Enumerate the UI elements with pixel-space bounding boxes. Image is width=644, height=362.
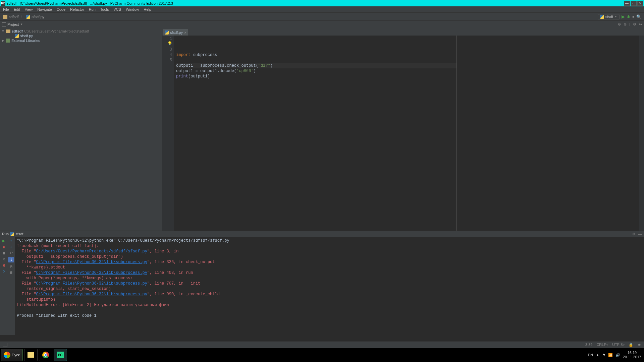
pause-button[interactable]: ⏸ [2, 251, 6, 255]
editor-tab-label: sfsdf.py [170, 31, 183, 35]
line-separator[interactable]: CRLF÷ [596, 343, 608, 347]
code-area[interactable]: 💡 import subprocessoutput1 = subprocess.… [174, 36, 457, 231]
python-file-icon [600, 15, 604, 19]
flag-icon[interactable]: ⚑ [602, 353, 605, 357]
close-button[interactable]: ✖ [2, 263, 5, 268]
close-button[interactable]: ✕ [637, 1, 643, 6]
network-icon[interactable]: 📶 [608, 353, 613, 357]
clear-button[interactable]: 🗑 [9, 270, 13, 275]
gear-icon[interactable]: ⚙ [632, 232, 636, 236]
help-button[interactable]: ? [3, 270, 5, 274]
menu-run[interactable]: Run [87, 7, 97, 12]
debug-button[interactable]: ✱ [627, 14, 630, 19]
rerun-button[interactable]: ▶ [2, 239, 5, 243]
minimize-button[interactable]: — [624, 1, 630, 6]
file-encoding[interactable]: UTF-8÷ [612, 343, 625, 347]
project-tree[interactable]: ▼ sdfsdf C:\Users\Guest\PycharmProjects\… [0, 28, 162, 231]
tool-windows-quick-access-icon[interactable] [3, 343, 7, 347]
menu-refactor[interactable]: Refactor [68, 7, 86, 12]
menu-help[interactable]: Help [142, 7, 153, 12]
run-target: sfsdf [15, 232, 23, 236]
run-tool-body: ▶ ■ ⏸ ↯ ✖ ? ↑ ↓ ↩ ⤓ ⎘ 🗑 "C:\Program File… [0, 237, 644, 335]
language-indicator[interactable]: EN [588, 353, 593, 357]
stop-button[interactable]: ■ [632, 15, 634, 18]
menu-view[interactable]: View [23, 7, 35, 12]
task-chrome[interactable] [39, 349, 52, 361]
editor-tabs: sfsdf.py × [162, 28, 644, 36]
intention-bulb-icon[interactable]: 💡 [167, 41, 172, 46]
error-stripe[interactable] [639, 36, 644, 231]
run-button[interactable]: ▶ [622, 14, 625, 19]
pycharm-icon: PC [57, 352, 64, 358]
chevron-down-icon[interactable]: ▼ [20, 23, 23, 26]
maximize-button[interactable]: ▭ [631, 1, 637, 6]
line-gutter: 12345 [162, 36, 174, 231]
menu-window[interactable]: Window [124, 7, 141, 12]
main-area: ▼ sdfsdf C:\Users\Guest\PycharmProjects\… [0, 28, 644, 231]
menu-edit[interactable]: Edit [12, 7, 22, 12]
chrome-icon [42, 352, 49, 358]
read-only-toggle-icon[interactable]: 🔒 [629, 343, 633, 347]
menu-file[interactable]: File [1, 7, 11, 12]
tree-root[interactable]: ▼ sdfsdf C:\Users\Guest\PycharmProjects\… [0, 29, 162, 34]
python-file-icon [10, 232, 14, 236]
editor-tab[interactable]: sfsdf.py × [163, 29, 188, 36]
run-configuration-selector[interactable]: sfsdf ▼ [598, 14, 620, 19]
breadcrumb-file-label: sfsdf.py [32, 15, 44, 19]
scroll-from-source-icon[interactable]: ⊕ [624, 22, 627, 26]
python-file-icon [15, 34, 19, 38]
clock-time: 16:19 [623, 351, 641, 355]
task-explorer[interactable] [24, 349, 38, 361]
breadcrumb-file[interactable]: sfsdf.py [26, 15, 44, 19]
gear-icon[interactable]: ⚙ [633, 22, 636, 26]
system-tray: EN ▲ ⚑ 📶 🔊 16:19 20.11.2017 [588, 351, 643, 359]
python-file-icon [165, 31, 169, 35]
project-label[interactable]: Project [7, 22, 19, 26]
down-button[interactable]: ↓ [10, 245, 12, 249]
collapse-all-icon[interactable]: ⊖ [618, 22, 621, 26]
separator: | [629, 22, 630, 26]
start-button[interactable]: Пуск [1, 349, 23, 361]
scroll-to-end-button[interactable]: ⤓ [8, 257, 14, 262]
breadcrumb-folder-label: sdfsdf [9, 15, 18, 19]
run-label[interactable]: Run [2, 232, 9, 236]
hide-icon[interactable]: ↦ [639, 22, 642, 26]
run-actions-primary: ▶ ■ ⏸ ↯ ✖ ? [0, 237, 7, 335]
up-button[interactable]: ↑ [10, 239, 12, 243]
hide-icon[interactable]: — [638, 232, 642, 236]
navigation-toolbar: sdfsdf 〉 sfsdf.py sfsdf ▼ ▶ ✱ ■ 🔍 [0, 13, 644, 21]
clock[interactable]: 16:19 20.11.2017 [623, 351, 641, 359]
caret-position[interactable]: 3:39 [585, 343, 592, 347]
menu-tools[interactable]: Tools [99, 7, 111, 12]
console-output[interactable]: "C:\Program Files\Python36-32\python.exe… [15, 237, 644, 335]
soft-wrap-button[interactable]: ↩ [10, 251, 13, 255]
run-tool-header: Run sfsdf ⚙ — [0, 231, 644, 237]
editor-body[interactable]: 12345 💡 import subprocessoutput1 = subpr… [162, 36, 644, 231]
menu-code[interactable]: Code [55, 7, 67, 12]
search-everywhere-button[interactable]: 🔍 [636, 14, 641, 19]
folder-icon [6, 29, 10, 33]
tree-root-path: C:\Users\Guest\PycharmProjects\sdfsdf [24, 29, 89, 33]
restore-layout-button[interactable]: ↯ [2, 257, 5, 261]
breadcrumb-folder[interactable]: sdfsdf [3, 15, 18, 19]
expand-arrow-icon[interactable]: ▼ [1, 29, 5, 33]
run-actions-secondary: ↑ ↓ ↩ ⤓ ⎘ 🗑 [7, 237, 15, 335]
tree-root-label: sdfsdf [12, 29, 23, 33]
menu-vcs[interactable]: VCS [112, 7, 123, 12]
status-bar: 3:39 CRLF÷ UTF-8÷ 🔒 ☻ [0, 341, 644, 348]
menu-bar: File Edit View Navigate Code Refactor Ru… [0, 6, 644, 13]
tree-external-libs[interactable]: ▶ External Libraries [0, 38, 162, 43]
expand-arrow-icon[interactable]: ▶ [1, 39, 5, 42]
windows-logo-icon [4, 352, 10, 358]
close-tab-icon[interactable]: × [184, 31, 186, 35]
menu-navigate[interactable]: Navigate [36, 7, 53, 12]
stop-button[interactable]: ■ [3, 245, 5, 249]
print-button[interactable]: ⎘ [10, 264, 12, 268]
hector-icon[interactable]: ☻ [637, 343, 641, 347]
task-pycharm[interactable]: PC [54, 349, 67, 361]
tree-external-libs-label: External Libraries [11, 39, 40, 43]
tray-arrow-icon[interactable]: ▲ [596, 353, 599, 357]
volume-icon[interactable]: 🔊 [615, 353, 620, 357]
tree-file[interactable]: sfsdf.py [0, 34, 162, 38]
breadcrumb-separator: 〉 [20, 14, 24, 19]
